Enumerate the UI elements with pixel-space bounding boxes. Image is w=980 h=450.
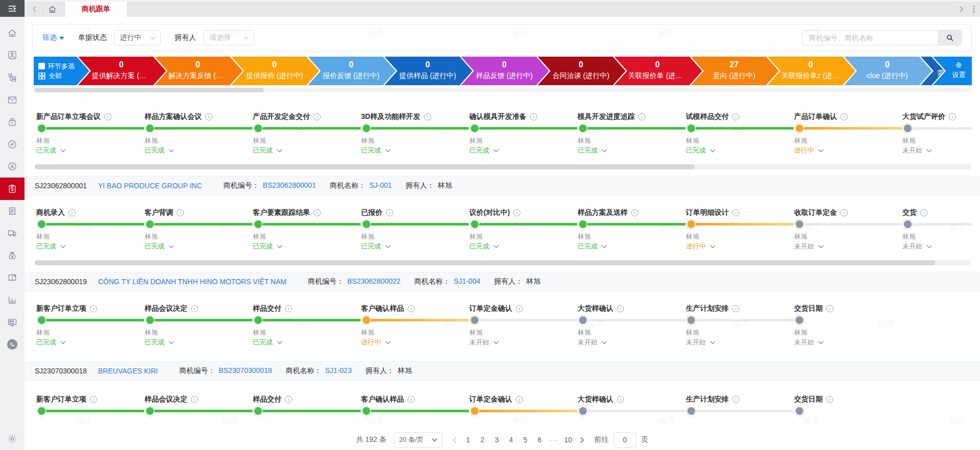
pipeline-stage-2[interactable]: 0解决方案反馈 (进行中) [153, 57, 243, 85]
pipeline-stage-7[interactable]: 0合同洽谈 (进行中) [536, 57, 626, 85]
back-icon[interactable] [31, 6, 38, 13]
milestone-status[interactable]: 进行中 [686, 242, 716, 251]
info-icon[interactable]: i [617, 305, 624, 312]
sidebar-item-org-chart[interactable] [0, 66, 25, 89]
milestone-status[interactable]: 未开始 [686, 338, 716, 347]
info-icon[interactable]: i [516, 305, 523, 312]
milestone-status[interactable]: 已完成 [253, 146, 283, 155]
sidebar-gear-icon[interactable] [0, 431, 25, 447]
sidebar-item-circle-a[interactable] [0, 156, 25, 178]
pipeline-stage-all[interactable]: 环节多选 全部 [34, 57, 89, 85]
info-icon[interactable]: i [285, 305, 292, 312]
milestone-status[interactable]: 已完成 [469, 242, 499, 251]
pipeline-stage-4[interactable]: 0报价反馈 (进行中) [306, 57, 396, 85]
pipeline-stage-1[interactable]: 0提供解决方案 (进行中) [77, 57, 166, 85]
page-number-5[interactable]: 5 [518, 433, 533, 447]
sidebar-item-compass[interactable] [0, 133, 25, 156]
info-icon[interactable]: i [191, 396, 198, 403]
info-icon[interactable]: i [920, 209, 927, 216]
milestone-status[interactable]: 未开始 [794, 242, 824, 251]
pipeline-stage-8[interactable]: 0关联报价单 (进行中) [613, 57, 702, 85]
sidebar-toggle-button[interactable] [0, 0, 25, 17]
milestone-status[interactable]: 已完成 [361, 242, 391, 251]
info-icon[interactable]: i [68, 209, 76, 216]
record-company-link[interactable]: BREUVAGES KIRI [98, 367, 158, 375]
card-scrollbar[interactable] [35, 164, 971, 169]
sidebar-item-user[interactable] [0, 44, 25, 67]
search-button[interactable] [938, 30, 962, 45]
card-scrollbar-thumb[interactable] [35, 260, 935, 265]
page-size-select[interactable]: 20 条/页 [394, 432, 442, 448]
info-icon[interactable]: i [177, 209, 184, 216]
tab-active[interactable]: 商机跟单 [65, 2, 127, 17]
milestone-status[interactable]: 已完成 [36, 242, 66, 251]
pipeline-stage-11[interactable]: 0clue (进行中) [843, 57, 932, 85]
sidebar-item-money-bag[interactable] [0, 244, 25, 267]
milestone-status[interactable]: 未开始 [902, 242, 933, 251]
milestone-status[interactable]: 已完成 [469, 146, 499, 155]
record-no-value[interactable]: BS23070300018 [219, 366, 272, 376]
info-icon[interactable]: i [424, 113, 431, 120]
info-icon[interactable]: i [732, 305, 739, 312]
forward-icon[interactable] [958, 6, 965, 13]
owner-select[interactable]: 请选择 [203, 30, 254, 45]
milestone-status[interactable]: 未开始 [578, 338, 608, 347]
pipeline-scrollbar-thumb[interactable] [35, 88, 264, 92]
info-icon[interactable]: i [408, 305, 415, 312]
info-icon[interactable]: i [513, 209, 520, 216]
search-input[interactable] [802, 30, 938, 45]
more-icon[interactable] [973, 5, 975, 13]
info-icon[interactable]: i [638, 113, 646, 120]
info-icon[interactable]: i [826, 396, 833, 403]
milestone-status[interactable]: 已完成 [253, 242, 283, 251]
pipeline-stage-9[interactable]: 27意向 (进行中) [689, 57, 779, 85]
info-icon[interactable]: i [516, 396, 523, 403]
sidebar-item-home[interactable] [0, 22, 25, 44]
record-company-link[interactable]: YI BAO PRODUCE GROUP INC [98, 182, 202, 190]
sidebar-item-receipt[interactable] [0, 200, 25, 222]
page-number-2[interactable]: 2 [475, 433, 490, 447]
milestone-status[interactable]: 已完成 [36, 146, 66, 155]
filter-toggle[interactable]: 筛选 [42, 33, 64, 42]
record-name-value[interactable]: SJ1-023 [325, 366, 352, 376]
info-icon[interactable]: i [90, 305, 97, 312]
milestone-status[interactable]: 已完成 [253, 338, 283, 347]
info-icon[interactable]: i [314, 209, 321, 216]
sidebar-item-clipboard-dollar-active[interactable] [0, 178, 25, 200]
info-icon[interactable]: i [314, 113, 321, 120]
info-icon[interactable]: i [530, 113, 537, 120]
info-icon[interactable]: i [732, 396, 739, 403]
info-icon[interactable]: i [205, 113, 212, 120]
milestone-status[interactable]: 已完成 [686, 146, 716, 155]
pipeline-stage-3[interactable]: 0提供报价 (进行中) [230, 57, 319, 85]
info-icon[interactable]: i [732, 113, 739, 120]
prev-page-icon[interactable] [451, 437, 458, 443]
record-name-value[interactable]: SJ1-004 [453, 277, 480, 286]
info-icon[interactable]: i [949, 113, 956, 120]
record-no-value[interactable]: BS23062800022 [347, 277, 400, 286]
pipeline-stage-6[interactable]: 0样品反馈 (进行中) [460, 57, 549, 85]
info-icon[interactable]: i [732, 209, 739, 216]
page-number-10[interactable]: 10 [561, 433, 576, 447]
info-icon[interactable]: i [386, 209, 393, 216]
info-icon[interactable]: i [631, 209, 638, 216]
page-number-1[interactable]: 1 [461, 433, 475, 447]
milestone-status[interactable]: 已完成 [145, 242, 175, 251]
record-name-value[interactable]: SJ-001 [369, 181, 392, 190]
milestone-status[interactable]: 已完成 [361, 146, 391, 155]
sidebar-item-truck[interactable] [0, 222, 25, 244]
info-icon[interactable]: i [191, 305, 198, 312]
goto-page-input[interactable] [614, 432, 636, 448]
page-number-3[interactable]: 3 [490, 433, 504, 447]
sidebar-item-bar-chart[interactable] [0, 289, 25, 311]
multi-select-checkbox[interactable] [38, 63, 45, 69]
card-scrollbar-thumb[interactable] [35, 164, 695, 169]
record-company-link[interactable]: CÔNG TY LIÊN DOANH TNHH HINO MOTORS VIỆT… [98, 278, 286, 286]
info-icon[interactable]: i [104, 113, 111, 120]
info-icon[interactable]: i [285, 396, 292, 403]
record-no-value[interactable]: BS23062800001 [263, 181, 316, 190]
info-icon[interactable]: i [841, 209, 848, 216]
milestone-status[interactable]: 已完成 [578, 146, 608, 155]
milestone-status[interactable]: 已完成 [578, 242, 608, 251]
pipeline-scrollbar[interactable] [34, 88, 972, 92]
